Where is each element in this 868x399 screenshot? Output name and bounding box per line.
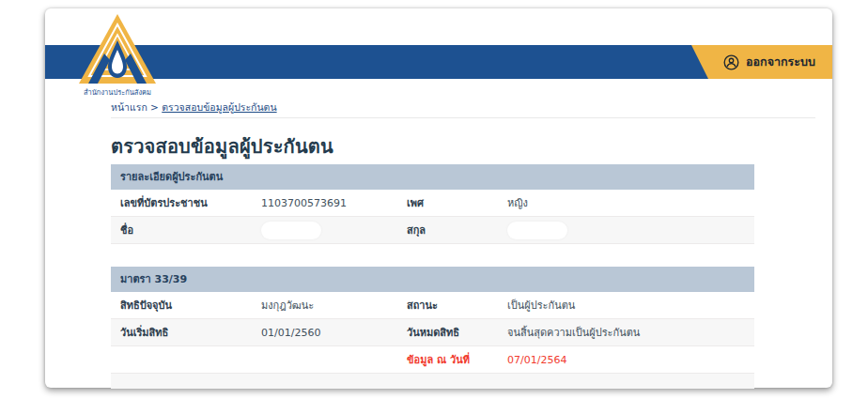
field-value: เป็นผู้ประกันตน	[507, 297, 745, 314]
field-value: 1103700573691	[261, 197, 407, 209]
field-label: ชื่อ	[120, 222, 261, 238]
user-icon	[723, 54, 739, 70]
field-label: สถานะ	[407, 297, 507, 314]
table-row: สิทธิปัจจุบันมงกุฎวัฒนะสถานะเป็นผู้ประกั…	[111, 292, 754, 319]
field-value: มงกุฎวัฒนะ	[261, 297, 407, 314]
breadcrumb: หน้าแรก > ตรวจสอบข้อมูลผู้ประกันตน	[111, 100, 277, 115]
header-bar: ออกจากระบบ	[45, 45, 832, 79]
redacted-value	[261, 222, 321, 239]
section-1: มาตรา 33/39สิทธิปัจจุบันมงกุฎวัฒนะสถานะเ…	[111, 267, 754, 389]
table-row: ชื่อสกุล	[111, 217, 754, 244]
sso-logo: สำนักงานประกันสังคม	[77, 12, 158, 98]
field-value: หญิง	[507, 194, 745, 211]
field-label: เพศ	[407, 194, 507, 211]
field-label: สิทธิปัจจุบัน	[120, 297, 261, 314]
table-row	[111, 374, 754, 389]
field-value: 01/01/2560	[261, 327, 407, 339]
sso-logo-triangle-icon	[77, 12, 158, 85]
breadcrumb-separator: >	[150, 101, 159, 113]
section-header: มาตรา 33/39	[111, 267, 754, 292]
field-value	[261, 222, 407, 239]
logout-label: ออกจากระบบ	[746, 53, 815, 71]
field-label: เลขที่บัตรประชาชน	[120, 194, 261, 211]
field-value: 07/01/2564	[507, 354, 745, 366]
table-row: ข้อมูล ณ วันที่07/01/2564	[111, 346, 754, 374]
main-card: ออกจากระบบ สำนักงานประกันสังคม หน้าแรก >…	[45, 8, 832, 388]
breadcrumb-divider	[111, 117, 815, 118]
sso-logo-label: สำนักงานประกันสังคม	[77, 87, 158, 98]
section-0: รายละเอียดผู้ประกันตนเลขที่บัตรประชาชน11…	[111, 164, 754, 244]
redacted-value	[507, 222, 567, 239]
table-row: วันเริ่มสิทธิ01/01/2560วันหมดสิทธิจนสิ้น…	[111, 319, 754, 346]
field-value	[507, 222, 745, 239]
page-title: ตรวจสอบข้อมูลผู้ประกันตน	[111, 131, 333, 161]
breadcrumb-home[interactable]: หน้าแรก	[111, 101, 147, 113]
field-label: สกุล	[407, 222, 507, 238]
breadcrumb-current-link[interactable]: ตรวจสอบข้อมูลผู้ประกันตน	[162, 101, 276, 113]
field-label: ข้อมูล ณ วันที่	[407, 351, 507, 368]
info-sections: รายละเอียดผู้ประกันตนเลขที่บัตรประชาชน11…	[111, 164, 754, 389]
field-value: จนสิ้นสุดความเป็นผู้ประกันตน	[507, 324, 745, 341]
section-header: รายละเอียดผู้ประกันตน	[111, 164, 754, 190]
table-row: เลขที่บัตรประชาชน1103700573691เพศหญิง	[111, 190, 754, 217]
field-label: วันเริ่มสิทธิ	[120, 324, 261, 341]
field-label: วันหมดสิทธิ	[407, 324, 507, 341]
logout-button[interactable]: ออกจากระบบ	[691, 45, 832, 79]
